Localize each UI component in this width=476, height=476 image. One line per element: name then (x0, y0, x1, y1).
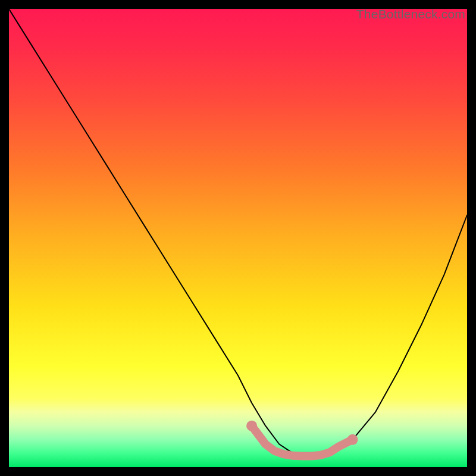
highlighted-zone (252, 426, 352, 456)
curve-layer (9, 9, 467, 467)
plot-area (9, 9, 467, 467)
watermark-text: TheBottleneck.com (356, 7, 465, 21)
highlight-dot-right (347, 434, 358, 445)
bottleneck-curve (9, 9, 467, 458)
highlight-dot-left (246, 421, 257, 431)
chart-frame: TheBottleneck.com (0, 0, 476, 476)
